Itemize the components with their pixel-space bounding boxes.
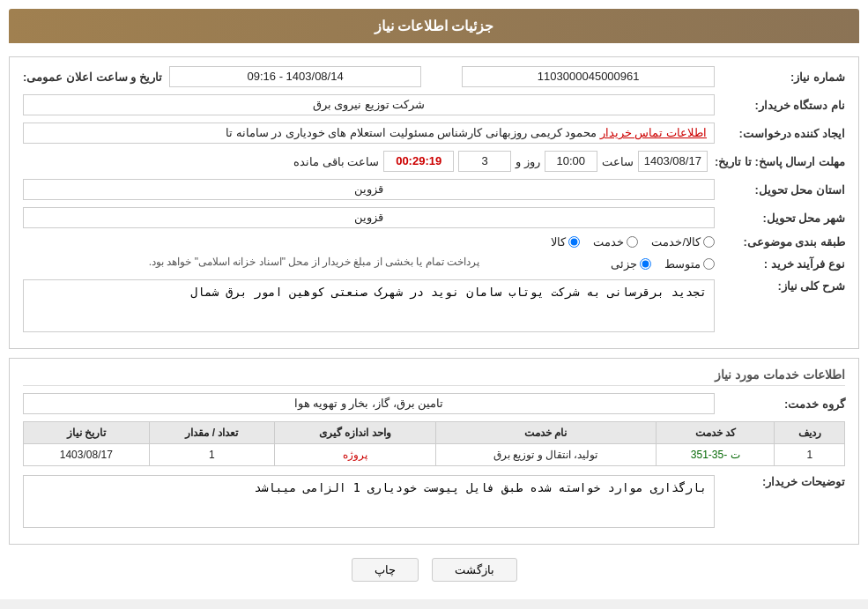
city-value: قزوین [23,207,715,228]
customer-value: شرکت توزیع نیروی برق [23,94,715,115]
table-row: 1 ت -35-351 تولید، انتقال و توزیع برق پر… [24,444,845,466]
cell-name: تولید، انتقال و توزیع برق [435,444,656,466]
back-button[interactable]: بازگشت [432,558,517,582]
buyer-notes-textarea[interactable] [23,475,715,528]
services-section-title: اطلاعات خدمات مورد نیاز [23,368,845,386]
purchase-type-jozei[interactable]: جزئی [611,257,651,271]
creator-value: اطلاعات تماس خریدار محمود کریمی روزبهانی… [23,123,715,144]
service-group-label: گروه خدمت: [722,397,845,411]
cell-code: ت -35-351 [656,444,775,466]
announcement-value: 1403/08/14 - 09:16 [169,66,422,87]
city-label: شهر محل تحویل: [722,212,845,225]
purchase-type-label: نوع فرآیند خرید : [722,257,845,271]
cell-date: 1403/08/17 [24,444,150,466]
col-name: نام خدمت [435,422,656,444]
deadline-time-label: ساعت [602,155,634,168]
cell-index: 1 [775,444,845,466]
category-radio-kala-khedmat[interactable]: کالا/خدمت [651,235,715,249]
col-unit: واحد اندازه گیری [275,422,436,444]
category-label: طبقه بندی موضوعی: [722,235,845,249]
col-date: تاریخ نیاز [24,422,150,444]
purchase-type-motavasset[interactable]: متوسط [664,257,715,271]
order-number-value: 1103000045000961 [462,66,715,87]
deadline-time: 10:00 [545,151,597,172]
province-value: قزوین [23,179,715,200]
button-bar: بازگشت چاپ [9,558,859,582]
announcement-label: تاریخ و ساعت اعلان عمومی: [23,71,162,84]
countdown-value: 00:29:19 [383,151,454,172]
print-button[interactable]: چاپ [352,558,419,582]
service-group-value: تامین برق، گاز، بخار و تهویه هوا [23,393,715,414]
purchase-type-group: متوسط جزئی [486,257,715,271]
category-radio-khedmat[interactable]: خدمت [593,235,638,249]
description-textarea[interactable] [23,279,715,332]
col-code: کد خدمت [656,422,775,444]
col-index: ردیف [775,422,845,444]
col-qty: تعداد / مقدار [149,422,274,444]
cell-unit: پروژه [275,444,436,466]
page-title: جزئیات اطلاعات نیاز [9,9,859,43]
customer-label: نام دستگاه خریدار: [722,99,845,112]
creator-text: محمود کریمی روزبهانی کارشناس مسئولیت است… [226,126,597,139]
province-label: استان محل تحویل: [722,183,845,197]
buyer-notes-label: توضیحات خریدار: [722,475,845,488]
creator-link[interactable]: اطلاعات تماس خریدار [600,126,707,139]
description-label: شرح کلی نیاز: [722,279,845,293]
countdown-label: ساعت باقی مانده [293,155,379,168]
deadline-days: 3 [458,151,511,172]
deadline-date: 1403/08/17 [638,151,708,172]
purchase-type-note: پرداخت تمام یا بخشی از مبلغ خریدار از مح… [23,256,479,268]
cell-qty: 1 [149,444,274,466]
deadline-label: مهلت ارسال پاسخ: تا تاریخ: [715,155,845,168]
deadline-days-label: روز و [516,155,540,168]
category-radio-kala[interactable]: کالا [551,235,580,249]
creator-label: ایجاد کننده درخواست: [722,127,845,140]
services-table: ردیف کد خدمت نام خدمت واحد اندازه گیری ت… [23,421,845,466]
category-radio-group: کالا/خدمت خدمت کالا [23,235,715,249]
order-number-label: شماره نیاز: [722,71,845,84]
